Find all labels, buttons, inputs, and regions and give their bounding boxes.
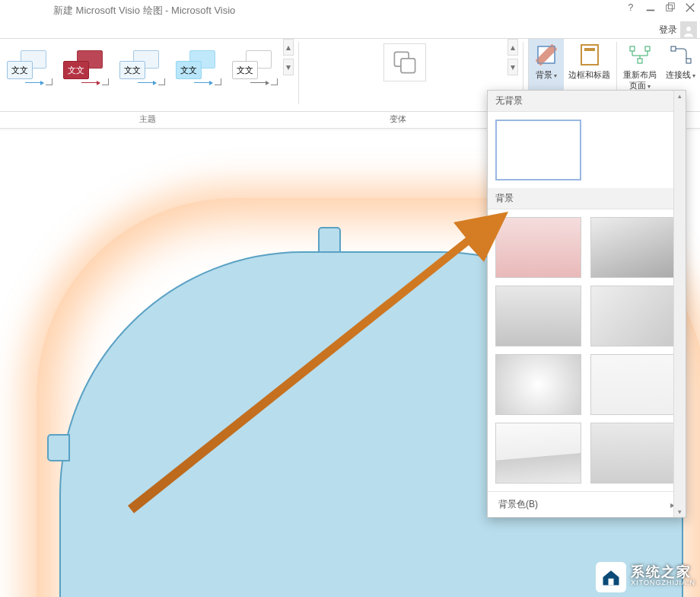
background-option-6[interactable] — [590, 354, 676, 415]
background-thumbnails — [488, 209, 686, 491]
user-area[interactable]: 登录 — [659, 21, 697, 38]
variant-gallery-scroll[interactable]: ▴ ▾ — [508, 39, 518, 75]
svg-rect-14 — [671, 46, 676, 51]
background-option-1[interactable] — [495, 217, 581, 278]
theme-item-2[interactable]: 文文 — [114, 43, 167, 88]
background-icon — [536, 42, 557, 68]
connectors-icon — [670, 42, 692, 68]
svg-rect-17 — [609, 579, 614, 586]
background-option-2[interactable] — [590, 217, 676, 278]
svg-rect-1 — [647, 10, 655, 11]
watermark: 系统之家 XITONGZHIJIA.N — [596, 562, 695, 592]
svg-rect-6 — [401, 59, 415, 73]
background-option-3[interactable] — [495, 286, 581, 346]
theme-item-1[interactable]: 文文 — [58, 43, 111, 88]
chevron-up-icon: ▴ — [283, 39, 294, 56]
no-background-header: 无背景 — [488, 91, 686, 112]
variants-gallery[interactable] — [304, 39, 506, 81]
background-option-8[interactable] — [590, 423, 676, 484]
restore-icon[interactable] — [665, 2, 676, 13]
avatar-icon — [680, 21, 697, 38]
theme-item-3[interactable]: 文文 — [170, 43, 224, 88]
borders-icon — [580, 42, 600, 68]
svg-rect-2 — [667, 5, 673, 11]
window-title: 新建 Microsoft Visio 绘图 - Microsoft Visio — [53, 4, 235, 18]
group-label-themes: 主题 — [0, 112, 295, 128]
chevron-down-icon: ▾ — [283, 59, 294, 75]
svg-rect-9 — [581, 45, 598, 65]
title-bar: 新建 Microsoft Visio 绘图 - Microsoft Visio … — [0, 0, 700, 21]
background-dropdown-panel: ▴▾ 无背景 背景 背景色(B) ▸ — [487, 90, 686, 518]
watermark-logo-icon — [596, 562, 626, 592]
background-option-none[interactable] — [495, 120, 581, 180]
chevron-down-icon: ▾ — [508, 59, 518, 75]
svg-rect-12 — [645, 46, 650, 51]
theme-item-4[interactable]: 文文 — [227, 43, 280, 88]
theme-gallery-scroll[interactable]: ▴ ▾ — [283, 39, 294, 75]
background-color-label: 背景色(B) — [498, 498, 538, 511]
group-label-variants: 变体 — [295, 112, 501, 128]
svg-rect-10 — [584, 48, 595, 51]
minimize-icon[interactable] — [645, 2, 656, 13]
svg-point-4 — [686, 27, 691, 31]
background-option-7[interactable] — [495, 423, 581, 484]
svg-rect-11 — [630, 46, 635, 51]
svg-text:?: ? — [628, 2, 634, 13]
svg-rect-13 — [638, 59, 642, 63]
variant-item[interactable] — [383, 43, 426, 81]
chevron-up-icon: ▴ — [508, 39, 518, 56]
background-option-4[interactable] — [590, 286, 676, 346]
background-header: 背景 — [488, 188, 686, 209]
relayout-icon — [628, 42, 651, 68]
svg-rect-3 — [668, 3, 674, 9]
svg-rect-15 — [686, 59, 691, 63]
help-icon[interactable]: ? — [625, 2, 636, 13]
theme-gallery[interactable]: 文文文文文文文文文文 — [0, 40, 282, 89]
close-icon[interactable] — [685, 2, 695, 13]
background-option-5[interactable] — [495, 354, 581, 415]
login-label: 登录 — [659, 24, 677, 37]
watermark-url: XITONGZHIJIA.N — [631, 577, 695, 588]
watermark-name: 系统之家 — [631, 567, 695, 577]
background-color-menu[interactable]: 背景色(B) ▸ — [488, 491, 686, 517]
theme-item-0[interactable]: 文文 — [2, 43, 55, 88]
window-controls: ? — [625, 2, 695, 13]
panel-scrollbar[interactable]: ▴▾ — [673, 91, 686, 517]
